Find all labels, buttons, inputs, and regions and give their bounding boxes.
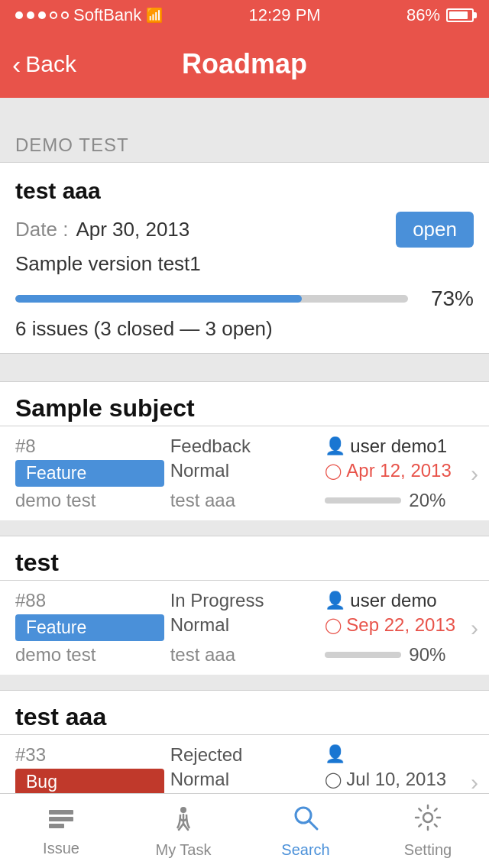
progress-percent: 73% [420, 287, 474, 311]
milestone-title: test aaa [15, 178, 474, 204]
user-icon-1: 👤 [325, 436, 345, 456]
svg-point-3 [180, 807, 186, 813]
issue-1-id: #8 [15, 436, 164, 457]
tab-issue-label: Issue [43, 840, 79, 857]
issue-1-progress: 20% [325, 490, 474, 511]
issue-1-priority: Normal [170, 460, 319, 481]
clock-icon-1: ◯ [325, 462, 342, 480]
issue-2-user: 👤 user demo [325, 590, 474, 611]
setting-icon [414, 804, 442, 838]
issue-2-progress: 90% [325, 644, 474, 666]
svg-rect-2 [49, 824, 64, 828]
issue-1-tag: Feature [15, 460, 164, 487]
issue-1-target: test aaa [170, 490, 319, 511]
issue-3-id: #33 [15, 744, 164, 766]
dot5 [61, 11, 69, 19]
tab-setting-label: Setting [404, 841, 452, 859]
issue-3-user: 👤 [325, 744, 474, 764]
back-chevron-icon: ‹ [12, 50, 21, 79]
date-value: Apr 30, 2013 [76, 218, 189, 241]
issue-item-1[interactable]: #8 Feedback 👤 user demo1 Feature Normal … [0, 426, 489, 520]
issue-3-tracker: Rejected [170, 744, 319, 766]
issue-row-2-top: #88 In Progress 👤 user demo Feature Norm… [15, 590, 474, 666]
issue-3-date: ◯ Jul 10, 2013 [325, 769, 474, 790]
milestone-date-row: Date : Apr 30, 2013 open [15, 212, 474, 248]
svg-rect-1 [49, 817, 73, 821]
issue-3-priority: Normal [170, 769, 319, 790]
user-icon-3: 👤 [325, 744, 345, 764]
clock-icon-2: ◯ [325, 616, 342, 634]
testaaa-title: test aaa [0, 690, 489, 734]
issue-item-2[interactable]: #88 In Progress 👤 user demo Feature Norm… [0, 580, 489, 675]
battery-fill [449, 11, 468, 19]
back-label: Back [25, 51, 76, 77]
tab-mytask-label: My Task [156, 841, 212, 859]
section-separator-top [0, 98, 489, 125]
mini-bar-bg-1 [325, 497, 401, 504]
issue-2-id: #88 [15, 590, 164, 611]
date-label: Date : [15, 218, 68, 241]
issue-2-tag: Feature [15, 614, 164, 641]
dot1 [15, 11, 23, 19]
tab-issue[interactable]: Issue [0, 805, 122, 857]
status-time: 12:29 PM [249, 5, 321, 25]
test-title: test [0, 536, 489, 580]
sample-subject-label: Sample subject [15, 394, 195, 422]
tab-bar: Issue My Task Search [0, 793, 489, 868]
battery-percent: 86% [406, 5, 440, 25]
search-icon [292, 804, 319, 838]
progress-container: 73% [15, 287, 474, 311]
sep-issue-2 [0, 520, 489, 536]
issue-2-target: test aaa [170, 644, 319, 666]
back-button[interactable]: ‹ Back [12, 50, 76, 79]
mini-pct-1: 20% [409, 490, 445, 511]
nav-title: Roadmap [182, 48, 307, 80]
mini-bar-bg-2 [325, 652, 401, 658]
svg-rect-0 [49, 810, 73, 815]
milestone-description: Sample version test1 [15, 252, 474, 276]
issue-2-project: demo test [15, 644, 164, 666]
issue-1-tracker: Feedback [170, 436, 319, 457]
issue-icon [47, 805, 75, 837]
issue-2-tracker: In Progress [170, 590, 319, 611]
issue-row-1-top: #8 Feedback 👤 user demo1 Feature Normal … [15, 436, 474, 511]
status-right: 86% [406, 5, 474, 25]
mini-pct-2: 90% [409, 644, 445, 666]
milestone-card: test aaa Date : Apr 30, 2013 open Sample… [0, 162, 489, 354]
tab-search[interactable]: Search [244, 804, 367, 859]
issues-summary: 6 issues (3 closed — 3 open) [15, 317, 474, 341]
test-label: test [15, 549, 59, 576]
status-left: SoftBank 📶 [15, 5, 163, 25]
nav-bar: ‹ Back Roadmap [0, 31, 489, 98]
progress-bar-fill [15, 295, 302, 303]
mytask-icon [170, 804, 197, 838]
dot4 [50, 11, 57, 19]
issue-3-tag: Bug [15, 769, 164, 795]
issue-2-date: ◯ Sep 22, 2013 [325, 614, 474, 636]
status-bar: SoftBank 📶 12:29 PM 86% [0, 0, 489, 31]
user-icon-2: 👤 [325, 591, 345, 611]
issue-1-user: 👤 user demo1 [325, 436, 474, 457]
issue-1-date: ◯ Apr 12, 2013 [325, 460, 474, 481]
carrier-name: SoftBank [73, 5, 141, 25]
dot3 [38, 11, 46, 19]
clock-icon-3: ◯ [325, 770, 342, 789]
chevron-right-2: › [471, 615, 478, 641]
svg-line-5 [309, 821, 317, 829]
signal-dots [15, 11, 69, 19]
issue-1-project: demo test [15, 490, 164, 511]
open-button[interactable]: open [396, 212, 474, 248]
group-header-label: DEMO TEST [15, 134, 129, 155]
chevron-right-1: › [471, 461, 478, 487]
tab-setting[interactable]: Setting [367, 804, 489, 859]
tab-search-label: Search [281, 841, 329, 859]
sample-subject-title: Sample subject [0, 381, 489, 426]
battery-icon [446, 8, 474, 22]
issue-2-priority: Normal [170, 614, 319, 636]
tab-mytask[interactable]: My Task [122, 804, 244, 859]
group-header: DEMO TEST [0, 125, 489, 162]
dot2 [27, 11, 34, 19]
progress-bar-bg [15, 295, 408, 303]
testaaa-label: test aaa [15, 703, 106, 730]
wifi-icon: 📶 [146, 7, 163, 24]
